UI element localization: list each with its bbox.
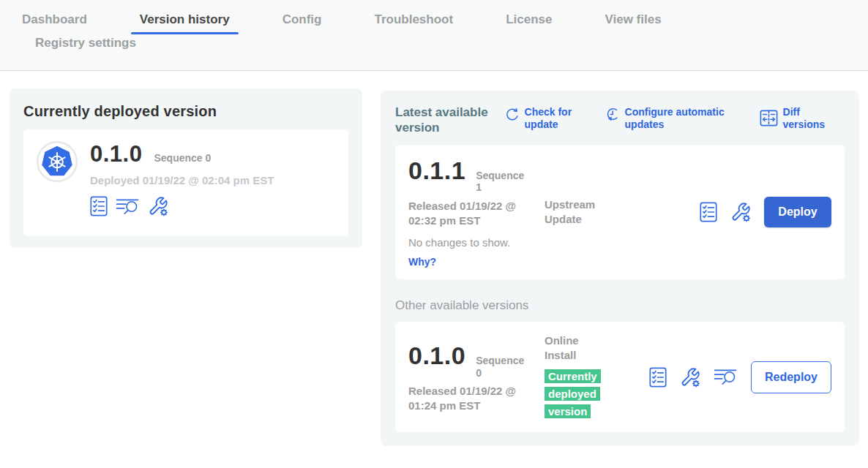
tab-registry-settings[interactable]: Registry settings	[26, 35, 145, 51]
deploy-button[interactable]: Deploy	[764, 197, 831, 227]
preflight-checks-icon[interactable]	[649, 367, 667, 388]
latest-available-header: Latest available version Check for updat…	[395, 105, 845, 136]
configure-automatic-updates-link[interactable]: Configure automatic updates	[605, 106, 741, 131]
other-version-source: Online Install Currently deployed versio…	[545, 333, 631, 420]
latest-available-panel: Latest available version Check for updat…	[381, 91, 859, 446]
other-sequence-label: Sequence 0	[476, 355, 528, 380]
no-changes-text: No changes to show.	[408, 236, 545, 249]
deploy-logs-icon[interactable]	[714, 367, 738, 387]
tab-troubleshoot[interactable]: Troubleshoot	[365, 12, 462, 28]
latest-version-actions: Deploy	[700, 197, 831, 227]
configure-automatic-updates-label: Configure automatic updates	[625, 106, 741, 131]
deploy-logs-icon[interactable]	[116, 197, 140, 216]
deployed-version-number: 0.1.0	[90, 141, 142, 167]
currently-deployed-title: Currently deployed version	[23, 103, 348, 120]
diff-icon	[760, 110, 778, 127]
tab-config[interactable]: Config	[274, 12, 331, 28]
other-version-details: 0.1.0 Sequence 0 Released 01/19/22 @ 01:…	[408, 341, 545, 413]
other-available-versions-title: Other available versions	[395, 298, 845, 313]
edit-config-icon[interactable]	[680, 367, 700, 388]
tab-license[interactable]: License	[497, 12, 561, 28]
other-version-number: 0.1.0	[408, 341, 465, 370]
schedule-update-icon	[605, 106, 620, 123]
upstream-update-label: Upstream Update	[545, 197, 610, 226]
other-version-card: 0.1.0 Sequence 0 Released 01/19/22 @ 01:…	[395, 322, 845, 432]
check-for-update-link[interactable]: Check for update	[505, 106, 586, 131]
refresh-icon	[505, 106, 520, 123]
diff-versions-link[interactable]: Diff versions	[760, 106, 845, 131]
redeploy-button[interactable]: Redeploy	[751, 361, 831, 393]
currently-deployed-badge: Currently deployed version	[545, 368, 618, 420]
deployed-version-card: 0.1.0 Sequence 0 Deployed 01/19/22 @ 02:…	[23, 129, 348, 236]
currently-deployed-badge-text: Currently deployed version	[545, 369, 601, 418]
latest-version-source: Upstream Update	[545, 197, 631, 226]
other-version-actions: Redeploy	[649, 361, 831, 393]
edit-config-icon[interactable]	[148, 196, 168, 216]
tab-dashboard[interactable]: Dashboard	[13, 12, 96, 28]
tab-version-history[interactable]: Version history	[131, 12, 239, 28]
latest-released-timestamp: Released 01/19/22 @ 02:32 pm EST	[408, 199, 531, 227]
other-released-timestamp: Released 01/19/22 @ 01:24 pm EST	[408, 384, 531, 412]
latest-version-details: 0.1.1 Sequence 1 Released 01/19/22 @ 02:…	[408, 156, 545, 268]
deployed-version-details: 0.1.0 Sequence 0 Deployed 01/19/22 @ 02:…	[90, 141, 274, 216]
diff-versions-label: Diff versions	[783, 106, 845, 131]
tab-view-files[interactable]: View files	[596, 12, 670, 28]
latest-available-title: Latest available version	[395, 105, 505, 136]
latest-version-card: 0.1.1 Sequence 1 Released 01/19/22 @ 02:…	[395, 145, 845, 280]
preflight-checks-icon[interactable]	[700, 202, 717, 222]
edit-config-icon[interactable]	[730, 202, 751, 222]
latest-version-number: 0.1.1	[408, 156, 465, 185]
currently-deployed-panel: Currently deployed version 0.1.0	[10, 88, 362, 248]
nav-row-2: Registry settings	[0, 28, 868, 51]
nav-row-1: Dashboard Version history Config Trouble…	[0, 0, 868, 28]
why-link[interactable]: Why?	[408, 256, 436, 268]
kubernetes-logo-icon	[37, 141, 78, 182]
preflight-checks-icon[interactable]	[90, 196, 108, 216]
top-navigation: Dashboard Version history Config Trouble…	[0, 0, 868, 71]
deployed-timestamp: Deployed 01/19/22 @ 02:04 pm EST	[90, 174, 274, 186]
deployed-sequence-label: Sequence 0	[154, 152, 211, 164]
check-for-update-label: Check for update	[525, 106, 586, 131]
latest-sequence-label: Sequence 1	[476, 170, 528, 195]
online-install-label: Online Install	[545, 333, 610, 362]
